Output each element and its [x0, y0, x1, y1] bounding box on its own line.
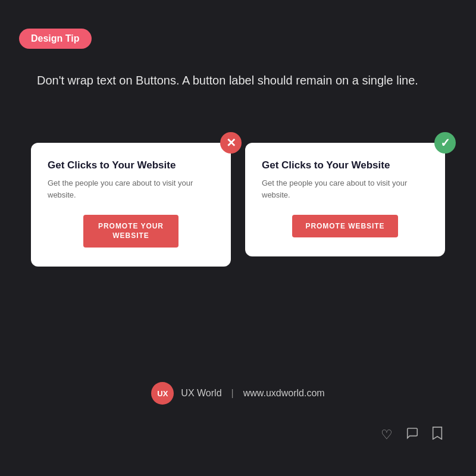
- footer: UX UX World | www.uxdworld.com: [0, 382, 476, 405]
- bad-badge-icon: ✕: [220, 132, 242, 154]
- bottom-icons: ♡: [381, 427, 443, 443]
- description-text: Don't wrap text on Buttons. A button lab…: [37, 71, 439, 89]
- good-card-title: Get Clicks to Your Website: [262, 159, 428, 171]
- comment-icon[interactable]: [406, 427, 419, 443]
- ux-avatar: UX: [151, 382, 174, 405]
- design-tip-badge: Design Tip: [19, 29, 92, 49]
- bad-card-body: Get the people you care about to visit y…: [48, 177, 214, 201]
- good-promote-button[interactable]: PROMOTE WEBSITE: [292, 215, 397, 237]
- footer-website: www.uxdworld.com: [243, 388, 325, 399]
- heart-icon[interactable]: ♡: [381, 427, 393, 443]
- bad-card-title: Get Clicks to Your Website: [48, 159, 214, 171]
- bad-card: ✕ Get Clicks to Your Website Get the peo…: [31, 143, 231, 267]
- bad-promote-button[interactable]: PROMOTE YOURWEBSITE: [83, 215, 178, 248]
- good-badge-icon: ✓: [434, 132, 456, 154]
- cards-container: ✕ Get Clicks to Your Website Get the peo…: [31, 143, 445, 267]
- footer-separator: |: [231, 388, 234, 399]
- good-card-body: Get the people you care about to visit y…: [262, 177, 428, 201]
- good-card: ✓ Get Clicks to Your Website Get the peo…: [245, 143, 445, 256]
- bookmark-icon[interactable]: [432, 427, 443, 443]
- brand-name: UX World: [181, 388, 221, 399]
